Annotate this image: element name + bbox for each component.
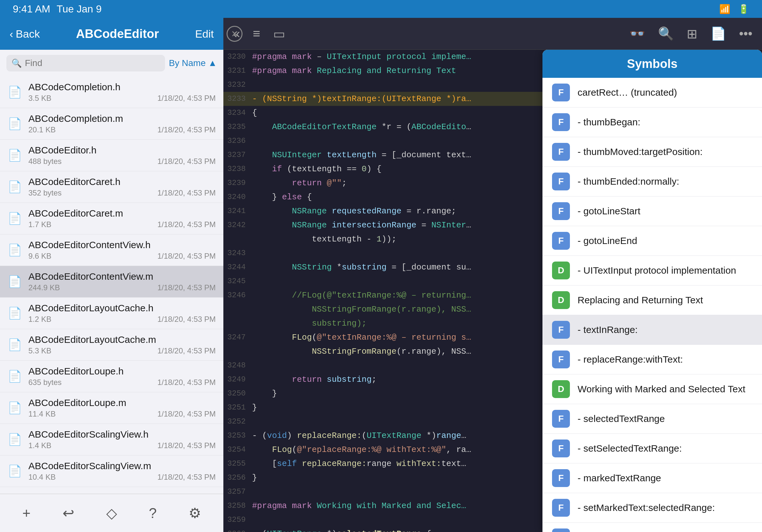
settings-button[interactable]: ⚙ — [189, 505, 201, 521]
file-date: 1/18/20, 4:53 PM — [157, 346, 216, 355]
file-list-item[interactable]: 📄 ABCodeEditor.h 488 bytes 1/18/20, 4:53… — [0, 140, 223, 171]
symbol-list-item[interactable]: F - thumbMoved:targetPosition: — [543, 137, 762, 167]
symbol-text: - gotoLineEnd — [577, 235, 637, 246]
search-input[interactable] — [25, 58, 160, 68]
nav-title: ABCodeEditor — [40, 27, 195, 41]
file-name: ABCodeEditor.h — [29, 145, 216, 156]
file-date: 1/18/20, 4:53 PM — [157, 378, 216, 387]
symbol-list-item[interactable]: F caretRect… (truncated) — [543, 78, 762, 107]
symbol-list-item[interactable]: F - replaceRange:withText: — [543, 345, 762, 374]
file-info: ABCodeEditorContentView.h 9.6 KB 1/18/20… — [29, 239, 216, 261]
file-list-item[interactable]: 📄 ABCodeCompletion.h 3.5 KB 1/18/20, 4:5… — [0, 77, 223, 108]
file-size: 1.7 KB — [29, 220, 51, 229]
code-line: 3238 if (textLength == 0) { — [223, 162, 543, 176]
status-left: 9:41 AM Tue Jan 9 — [13, 3, 102, 15]
symbol-badge: F — [552, 499, 570, 517]
file-info: ABCodeEditorContentView.m 244.9 KB 1/18/… — [29, 271, 216, 292]
file-list-item[interactable]: 📄 ABCodeEditorLayoutCache.h 1.2 KB 1/18/… — [0, 298, 223, 329]
file-panel: 🔍 By Name ▲ 📄 ABCodeCompletion.h 3.5 KB … — [0, 50, 223, 494]
sort-button[interactable]: By Name ▲ — [169, 58, 217, 68]
code-line: textLength - 1)); — [223, 232, 543, 246]
symbol-list-item[interactable]: F - markedTextRange — [543, 463, 762, 493]
file-meta: 20.1 KB 1/18/20, 4:53 PM — [29, 125, 216, 134]
panel-icon[interactable]: ▭ — [273, 27, 285, 41]
file-date: 1/18/20, 4:53 PM — [157, 410, 216, 419]
file-list-item[interactable]: 📄 ABCodeEditorContentView.h 9.6 KB 1/18/… — [0, 234, 223, 266]
glasses-icon[interactable]: 👓 — [629, 26, 645, 41]
symbol-list-item[interactable]: D - UITextInput protocol implementation — [543, 256, 762, 286]
symbol-list-item[interactable]: F - gotoLineEnd — [543, 226, 762, 256]
symbol-list-item[interactable]: F - thumbEnded:normally: — [543, 167, 762, 196]
symbol-badge: D — [552, 380, 570, 398]
symbol-list-item[interactable]: F - textInRange: — [543, 315, 762, 345]
edit-button[interactable]: Edit — [195, 28, 214, 40]
file-list-item[interactable]: 📄 ABCodeEditorContentView.m 244.9 KB 1/1… — [0, 266, 223, 298]
code-line: 3240 } else { — [223, 190, 543, 204]
file-list-item[interactable]: 📄 ABCodeEditorScalingViewTile.h 805 byte… — [0, 487, 223, 494]
file-size: 10.4 KB — [29, 473, 55, 482]
lines-icon[interactable]: ≡ — [253, 27, 260, 41]
more-icon[interactable]: ••• — [739, 27, 752, 41]
close-button[interactable]: ✕ — [227, 26, 243, 42]
search-icon[interactable]: 🔍 — [658, 26, 674, 41]
symbol-text: - gotoLineStart — [577, 206, 641, 217]
symbol-text: - textInRange: — [577, 324, 638, 335]
back-button[interactable]: ‹ Back — [10, 28, 40, 40]
file-list-item[interactable]: 📄 ABCodeEditorScalingView.m 10.4 KB 1/18… — [0, 455, 223, 487]
symbol-badge: D — [552, 262, 570, 279]
file-list-item[interactable]: 📄 ABCodeEditorCaret.m 1.7 KB 1/18/20, 4:… — [0, 203, 223, 234]
add-button[interactable]: + — [22, 505, 31, 521]
symbols-header: Symbols — [543, 50, 762, 78]
code-panel[interactable]: 3230 #pragma mark – UITextInput protocol… — [223, 50, 543, 532]
file-meta: 1.2 KB 1/18/20, 4:53 PM — [29, 315, 216, 324]
help-button[interactable]: ? — [149, 505, 157, 521]
symbol-list-item[interactable]: F - unmarkText — [543, 523, 762, 532]
file-name: ABCodeEditorLayoutCache.m — [29, 334, 216, 345]
file-icon: 📄 — [8, 370, 22, 383]
file-list-item[interactable]: 📄 ABCodeEditorLayoutCache.m 5.3 KB 1/18/… — [0, 329, 223, 361]
file-list-item[interactable]: 📄 ABCodeEditorScalingView.h 1.4 KB 1/18/… — [0, 424, 223, 455]
symbol-badge: F — [552, 469, 570, 487]
status-right: 📶 🔋 — [719, 4, 749, 14]
file-date: 1/18/20, 4:53 PM — [157, 125, 216, 134]
symbol-list-item[interactable]: F - setSelectedTextRange: — [543, 434, 762, 463]
symbol-list-item[interactable]: D Working with Marked and Selected Text — [543, 374, 762, 404]
file-size: 9.6 KB — [29, 252, 51, 261]
file-list-item[interactable]: 📄 ABCodeEditorLoupe.m 11.4 KB 1/18/20, 4… — [0, 392, 223, 424]
date-display: Tue Jan 9 — [56, 3, 102, 15]
file-size: 244.9 KB — [29, 283, 60, 292]
file-icon: 📄 — [8, 243, 22, 257]
symbol-list-item[interactable]: F - setMarkedText:selectedRange: — [543, 493, 762, 523]
file-list-item[interactable]: 📄 ABCodeCompletion.m 20.1 KB 1/18/20, 4:… — [0, 108, 223, 140]
document-icon[interactable]: 📄 — [710, 26, 726, 41]
file-meta: 11.4 KB 1/18/20, 4:53 PM — [29, 410, 216, 419]
undo-button[interactable]: ↩ — [62, 505, 74, 521]
file-size: 3.5 KB — [29, 94, 51, 103]
code-line: NSStringFromRange(r.range), NSS… — [223, 302, 543, 316]
file-name: ABCodeEditorLoupe.h — [29, 366, 216, 377]
network-button[interactable]: ◇ — [106, 505, 117, 521]
symbol-text: Replacing and Returning Text — [577, 295, 703, 305]
code-line: 3242 NSRange intersectionRange = NSInter… — [223, 218, 543, 232]
file-list-item[interactable]: 📄 ABCodeEditorCaret.h 352 bytes 1/18/20,… — [0, 171, 223, 203]
battery-icon: 🔋 — [738, 4, 749, 14]
back-label: Back — [16, 28, 40, 40]
symbol-list-item[interactable]: F - selectedTextRange — [543, 404, 762, 434]
symbol-list-item[interactable]: F - gotoLineStart — [543, 196, 762, 226]
code-line: 3245 — [223, 274, 543, 288]
file-list-item[interactable]: 📄 ABCodeEditorLoupe.h 635 bytes 1/18/20,… — [0, 361, 223, 392]
file-info: ABCodeEditorLoupe.h 635 bytes 1/18/20, 4… — [29, 366, 216, 387]
symbol-list-item[interactable]: F - thumbBegan: — [543, 107, 762, 137]
code-line: 3246 //FLog(@"textInRange:%@ – returning… — [223, 288, 543, 302]
symbol-badge: F — [552, 232, 570, 250]
search-input-wrap[interactable]: 🔍 — [6, 55, 165, 71]
symbol-list-item[interactable]: D Replacing and Returning Text — [543, 286, 762, 315]
file-icon: 📄 — [8, 464, 22, 478]
hierarchy-icon[interactable]: ⊞ — [687, 27, 698, 41]
back-chevron-icon: ‹ — [10, 28, 13, 40]
file-meta: 3.5 KB 1/18/20, 4:53 PM — [29, 94, 216, 103]
file-icon: 📄 — [8, 117, 22, 130]
file-icon: 📄 — [8, 338, 22, 352]
file-info: ABCodeCompletion.h 3.5 KB 1/18/20, 4:53 … — [29, 82, 216, 103]
code-line: 3254 FLog(@"replaceRange:%@ withText:%@"… — [223, 443, 543, 457]
